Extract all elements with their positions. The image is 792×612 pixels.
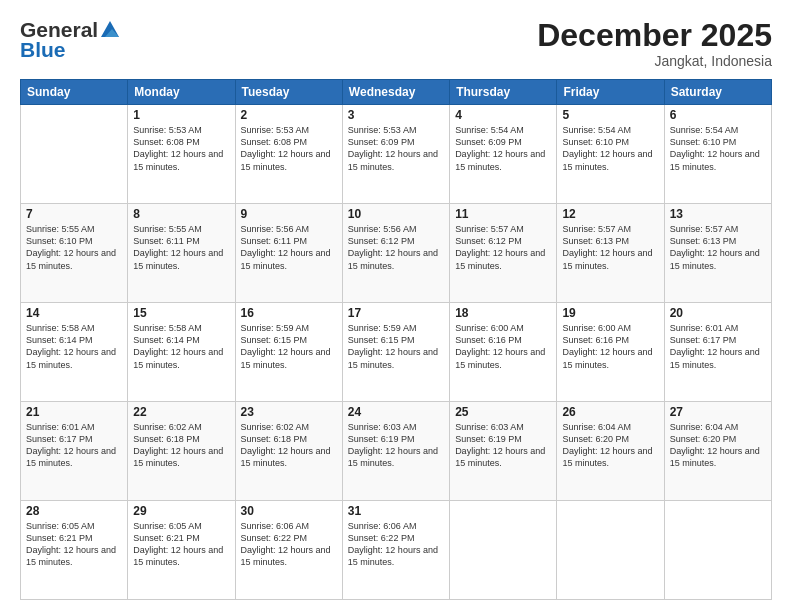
calendar-cell: 8 Sunrise: 5:55 AMSunset: 6:11 PMDayligh… [128, 204, 235, 303]
calendar-cell: 26 Sunrise: 6:04 AMSunset: 6:20 PMDaylig… [557, 402, 664, 501]
day-number: 23 [241, 405, 337, 419]
calendar-page: General Blue December 2025 Jangkat, Indo… [0, 0, 792, 612]
calendar-cell: 22 Sunrise: 6:02 AMSunset: 6:18 PMDaylig… [128, 402, 235, 501]
day-number: 16 [241, 306, 337, 320]
header-tuesday: Tuesday [235, 80, 342, 105]
calendar-week-row: 28 Sunrise: 6:05 AMSunset: 6:21 PMDaylig… [21, 501, 772, 600]
calendar-week-row: 21 Sunrise: 6:01 AMSunset: 6:17 PMDaylig… [21, 402, 772, 501]
day-number: 10 [348, 207, 444, 221]
day-info: Sunrise: 5:58 AMSunset: 6:14 PMDaylight:… [26, 322, 122, 371]
calendar-cell: 7 Sunrise: 5:55 AMSunset: 6:10 PMDayligh… [21, 204, 128, 303]
day-info: Sunrise: 5:57 AMSunset: 6:13 PMDaylight:… [670, 223, 766, 272]
day-info: Sunrise: 5:59 AMSunset: 6:15 PMDaylight:… [348, 322, 444, 371]
day-info: Sunrise: 6:02 AMSunset: 6:18 PMDaylight:… [133, 421, 229, 470]
day-info: Sunrise: 5:55 AMSunset: 6:11 PMDaylight:… [133, 223, 229, 272]
day-number: 22 [133, 405, 229, 419]
header: General Blue December 2025 Jangkat, Indo… [20, 18, 772, 69]
calendar-cell: 10 Sunrise: 5:56 AMSunset: 6:12 PMDaylig… [342, 204, 449, 303]
month-title: December 2025 [537, 18, 772, 53]
calendar-cell: 18 Sunrise: 6:00 AMSunset: 6:16 PMDaylig… [450, 303, 557, 402]
calendar-cell [557, 501, 664, 600]
day-info: Sunrise: 5:54 AMSunset: 6:10 PMDaylight:… [562, 124, 658, 173]
day-info: Sunrise: 5:53 AMSunset: 6:08 PMDaylight:… [133, 124, 229, 173]
day-info: Sunrise: 6:02 AMSunset: 6:18 PMDaylight:… [241, 421, 337, 470]
day-number: 2 [241, 108, 337, 122]
day-info: Sunrise: 6:04 AMSunset: 6:20 PMDaylight:… [562, 421, 658, 470]
calendar-cell: 6 Sunrise: 5:54 AMSunset: 6:10 PMDayligh… [664, 105, 771, 204]
logo: General Blue [20, 18, 122, 62]
logo-blue: Blue [20, 38, 66, 62]
day-info: Sunrise: 6:00 AMSunset: 6:16 PMDaylight:… [562, 322, 658, 371]
calendar-cell: 12 Sunrise: 5:57 AMSunset: 6:13 PMDaylig… [557, 204, 664, 303]
calendar-cell: 4 Sunrise: 5:54 AMSunset: 6:09 PMDayligh… [450, 105, 557, 204]
day-number: 31 [348, 504, 444, 518]
day-info: Sunrise: 5:53 AMSunset: 6:09 PMDaylight:… [348, 124, 444, 173]
calendar-cell: 23 Sunrise: 6:02 AMSunset: 6:18 PMDaylig… [235, 402, 342, 501]
day-number: 1 [133, 108, 229, 122]
day-info: Sunrise: 6:05 AMSunset: 6:21 PMDaylight:… [133, 520, 229, 569]
day-number: 7 [26, 207, 122, 221]
calendar-cell: 9 Sunrise: 5:56 AMSunset: 6:11 PMDayligh… [235, 204, 342, 303]
calendar-cell: 27 Sunrise: 6:04 AMSunset: 6:20 PMDaylig… [664, 402, 771, 501]
day-info: Sunrise: 6:06 AMSunset: 6:22 PMDaylight:… [348, 520, 444, 569]
header-monday: Monday [128, 80, 235, 105]
day-number: 5 [562, 108, 658, 122]
header-right: December 2025 Jangkat, Indonesia [537, 18, 772, 69]
day-number: 21 [26, 405, 122, 419]
calendar-cell: 13 Sunrise: 5:57 AMSunset: 6:13 PMDaylig… [664, 204, 771, 303]
calendar-week-row: 1 Sunrise: 5:53 AMSunset: 6:08 PMDayligh… [21, 105, 772, 204]
day-info: Sunrise: 5:57 AMSunset: 6:13 PMDaylight:… [562, 223, 658, 272]
calendar-cell: 21 Sunrise: 6:01 AMSunset: 6:17 PMDaylig… [21, 402, 128, 501]
calendar-cell: 30 Sunrise: 6:06 AMSunset: 6:22 PMDaylig… [235, 501, 342, 600]
calendar-cell: 28 Sunrise: 6:05 AMSunset: 6:21 PMDaylig… [21, 501, 128, 600]
day-number: 20 [670, 306, 766, 320]
day-info: Sunrise: 5:57 AMSunset: 6:12 PMDaylight:… [455, 223, 551, 272]
day-number: 30 [241, 504, 337, 518]
day-info: Sunrise: 5:54 AMSunset: 6:09 PMDaylight:… [455, 124, 551, 173]
calendar-cell [450, 501, 557, 600]
day-number: 26 [562, 405, 658, 419]
calendar-cell: 14 Sunrise: 5:58 AMSunset: 6:14 PMDaylig… [21, 303, 128, 402]
day-number: 14 [26, 306, 122, 320]
day-number: 6 [670, 108, 766, 122]
calendar-cell: 1 Sunrise: 5:53 AMSunset: 6:08 PMDayligh… [128, 105, 235, 204]
day-number: 4 [455, 108, 551, 122]
day-number: 25 [455, 405, 551, 419]
day-info: Sunrise: 6:03 AMSunset: 6:19 PMDaylight:… [348, 421, 444, 470]
day-number: 27 [670, 405, 766, 419]
day-info: Sunrise: 6:06 AMSunset: 6:22 PMDaylight:… [241, 520, 337, 569]
day-info: Sunrise: 6:03 AMSunset: 6:19 PMDaylight:… [455, 421, 551, 470]
day-number: 3 [348, 108, 444, 122]
day-info: Sunrise: 6:05 AMSunset: 6:21 PMDaylight:… [26, 520, 122, 569]
day-number: 19 [562, 306, 658, 320]
calendar-cell: 15 Sunrise: 5:58 AMSunset: 6:14 PMDaylig… [128, 303, 235, 402]
day-info: Sunrise: 5:55 AMSunset: 6:10 PMDaylight:… [26, 223, 122, 272]
day-number: 8 [133, 207, 229, 221]
header-sunday: Sunday [21, 80, 128, 105]
weekday-header-row: Sunday Monday Tuesday Wednesday Thursday… [21, 80, 772, 105]
calendar-cell [664, 501, 771, 600]
day-info: Sunrise: 6:01 AMSunset: 6:17 PMDaylight:… [670, 322, 766, 371]
calendar-cell: 31 Sunrise: 6:06 AMSunset: 6:22 PMDaylig… [342, 501, 449, 600]
header-friday: Friday [557, 80, 664, 105]
day-number: 29 [133, 504, 229, 518]
day-number: 15 [133, 306, 229, 320]
day-info: Sunrise: 5:53 AMSunset: 6:08 PMDaylight:… [241, 124, 337, 173]
day-number: 13 [670, 207, 766, 221]
day-number: 28 [26, 504, 122, 518]
calendar-table: Sunday Monday Tuesday Wednesday Thursday… [20, 79, 772, 600]
calendar-cell: 5 Sunrise: 5:54 AMSunset: 6:10 PMDayligh… [557, 105, 664, 204]
header-saturday: Saturday [664, 80, 771, 105]
calendar-cell: 20 Sunrise: 6:01 AMSunset: 6:17 PMDaylig… [664, 303, 771, 402]
day-number: 24 [348, 405, 444, 419]
day-info: Sunrise: 5:58 AMSunset: 6:14 PMDaylight:… [133, 322, 229, 371]
day-info: Sunrise: 6:01 AMSunset: 6:17 PMDaylight:… [26, 421, 122, 470]
day-info: Sunrise: 5:59 AMSunset: 6:15 PMDaylight:… [241, 322, 337, 371]
header-wednesday: Wednesday [342, 80, 449, 105]
day-info: Sunrise: 5:54 AMSunset: 6:10 PMDaylight:… [670, 124, 766, 173]
calendar-cell [21, 105, 128, 204]
day-number: 18 [455, 306, 551, 320]
calendar-cell: 24 Sunrise: 6:03 AMSunset: 6:19 PMDaylig… [342, 402, 449, 501]
calendar-cell: 19 Sunrise: 6:00 AMSunset: 6:16 PMDaylig… [557, 303, 664, 402]
calendar-week-row: 7 Sunrise: 5:55 AMSunset: 6:10 PMDayligh… [21, 204, 772, 303]
